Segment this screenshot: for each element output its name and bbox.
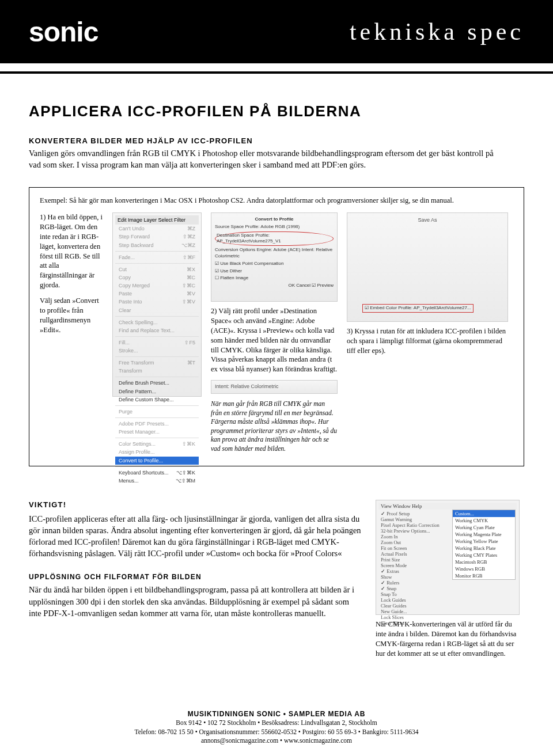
upplosning-heading: UPPLÖSNING OCH FILFORMAT FÖR BILDEN [29,572,363,582]
footer-l3: Telefon: 08-702 15 50 • Organisationsnum… [0,728,553,737]
intent-note: När man går från RGB till CMYK går man f… [211,400,338,453]
upplosning-p: När du ändå har bilden öppen i ett bildb… [29,584,363,619]
intent-row-screenshot: Intent: Relative Colorimetric [211,380,338,394]
proof-setup-screenshot: View Window Help Proof SetupGamut Warnin… [376,500,520,615]
step2-text: 2) Välj rätt profil under »Destination S… [211,306,338,374]
page-title: APPLICERA ICC-PROFILEN PÅ BILDERNA [29,102,524,120]
example-box: Exempel: Så här gör man konverteringen i… [29,187,524,467]
edit-menu-screenshot: Edit Image Layer Select Filter Can't Und… [112,212,202,397]
logo: sonic [29,16,98,48]
save-as-screenshot: Save As ☑ Embed Color Profile: AP_Trydel… [347,212,508,322]
example-lead: Exempel: Så här gör man konverteringen i… [40,196,513,206]
step1-text-b: Välj sedan »Convert to profile« från rul… [40,296,103,335]
footer-l2: Box 9142 • 102 72 Stockholm • Besöksadre… [0,719,553,728]
viktigt-heading: VIKTIGT! [29,500,363,510]
footer-l4: annons@sonicmagazine.com • www.sonicmaga… [0,736,553,746]
header-right-text: tekniska spec [350,18,524,45]
step1-text-a: 1) Ha en bild öppen, i RGB-läget. Om den… [40,212,103,290]
step3-text: 3) Kryssa i rutan för att inkludera ICC-… [347,326,508,356]
convert-dialog-screenshot: Convert to Profile Source Space Profile:… [211,212,338,302]
footer: MUSIKTIDNINGEN SONIC • SAMPLER MEDIA AB … [0,709,553,746]
footer-l1: MUSIKTIDNINGEN SONIC • SAMPLER MEDIA AB [0,709,553,719]
intro-body: Vanligen görs omvandlingen från RGB til … [29,147,501,171]
viktigt-p1: ICC-profilen appliceras efter att alla f… [29,513,363,560]
intro-subheading: KONVERTERA BILDER MED HJÄLP AV ICC-PROFI… [29,136,524,145]
